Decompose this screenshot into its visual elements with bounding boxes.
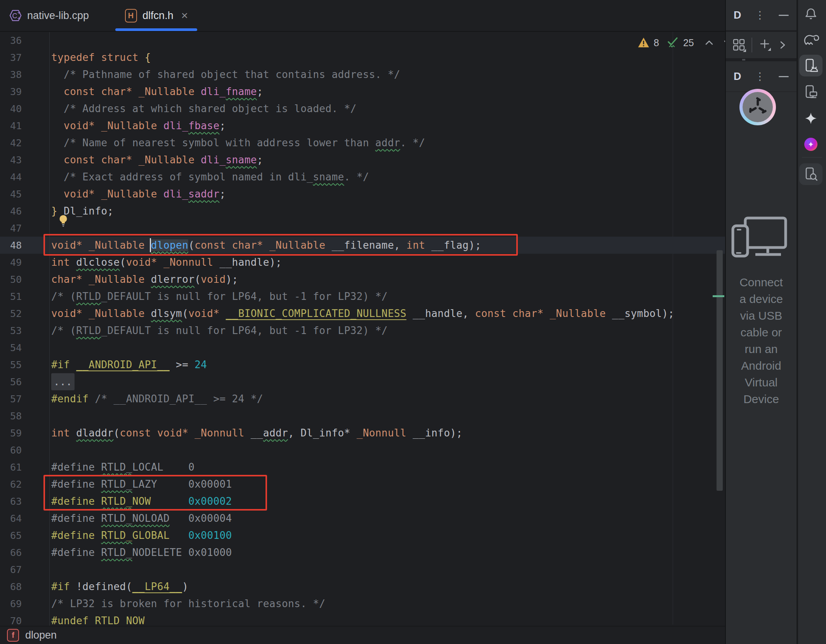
line-number[interactable]: 37	[0, 49, 50, 66]
code-line: 65#define RTLD_GLOBAL 0x00100	[0, 527, 725, 544]
line-number[interactable]: 65	[0, 527, 50, 544]
line-number[interactable]: 52	[0, 305, 50, 322]
device-explorer-button[interactable]	[799, 163, 823, 185]
line-number[interactable]: 38	[0, 66, 50, 83]
line-number[interactable]: 46	[0, 203, 50, 220]
chevron-up-icon[interactable]	[703, 37, 715, 48]
editor-scrollbar[interactable]	[717, 250, 723, 491]
editor-tab-bar: C + + native-lib.cpp H dlfcn.h ×	[0, 0, 725, 32]
divider	[751, 38, 752, 52]
code-line: 69/* LP32 is broken for historical reaso…	[0, 595, 725, 612]
code-line: 59int dladdr(const void* _Nonnull __addr…	[0, 424, 725, 441]
code-line: 50char* _Nullable dlerror(void);	[0, 271, 725, 288]
function-icon: f	[7, 629, 19, 642]
code-line: 61#define RTLD_LOCAL 0	[0, 459, 725, 476]
svg-text:+: +	[17, 15, 21, 21]
device-mirroring-icon	[803, 84, 819, 100]
line-number[interactable]: 51	[0, 288, 50, 305]
line-number[interactable]: 69	[0, 596, 50, 613]
annotation-box-dlopen	[43, 234, 518, 256]
line-number[interactable]: 43	[0, 152, 50, 169]
line-number[interactable]: 53	[0, 322, 50, 339]
gradle-button[interactable]	[799, 28, 823, 50]
breadcrumb-item[interactable]: dlopen	[25, 629, 57, 641]
panel-toolbar	[726, 32, 796, 58]
firebase-button[interactable]	[799, 133, 823, 155]
passed-count: 25	[683, 37, 694, 48]
notifications-button[interactable]	[799, 3, 823, 25]
code-line: 49int dlclose(void* _Nonnull __handle);	[0, 254, 725, 271]
code-line: 37typedef struct {	[0, 49, 725, 66]
code-lines: 3637typedef struct {38 /* Pathname of sh…	[0, 32, 725, 629]
minimize-icon[interactable]	[779, 76, 789, 77]
code-line: 64#define RTLD_NOLOAD 0x00004	[0, 510, 725, 527]
intention-bulb-icon[interactable]	[57, 214, 71, 228]
running-devices-icon	[803, 58, 819, 73]
line-number[interactable]: 61	[0, 459, 50, 476]
divider	[802, 157, 822, 158]
line-number[interactable]: 63	[0, 493, 50, 510]
warning-icon	[637, 37, 650, 48]
line-number[interactable]: 62	[0, 476, 50, 493]
code-editor[interactable]: 3637typedef struct {38 /* Pathname of sh…	[0, 32, 725, 629]
code-line: 52void* _Nullable dlsym(void* __BIONIC_C…	[0, 305, 725, 322]
line-number[interactable]: 60	[0, 442, 50, 459]
scrollbar-current-line-mark	[713, 295, 724, 297]
code-line: 46} Dl_info;	[0, 203, 725, 220]
line-number[interactable]: 40	[0, 100, 50, 118]
running-devices-button[interactable]	[799, 55, 823, 76]
code-line: 53/* (RTLD_DEFAULT is null for LP64, but…	[0, 322, 725, 339]
svg-text:+: +	[17, 9, 21, 16]
close-icon[interactable]: ×	[181, 9, 188, 22]
gradle-elephant-icon	[802, 32, 819, 47]
line-number[interactable]: 44	[0, 169, 50, 186]
code-line: 66#define RTLD_NODELETE 0x01000	[0, 544, 725, 561]
cpp-file-icon: C + +	[9, 9, 22, 22]
code-line: 68#if !defined(__LP64__)	[0, 578, 725, 595]
annotation-box-rtld-flags	[43, 475, 267, 511]
device-logo-icon	[748, 97, 768, 117]
line-number[interactable]: 58	[0, 408, 50, 425]
line-number[interactable]: 67	[0, 561, 50, 578]
line-number[interactable]: 64	[0, 510, 50, 527]
connect-device-message: Connecta devicevia USBcable orrun anAndr…	[726, 274, 796, 407]
code-line: 43 const char* _Nullable dli_sname;	[0, 151, 725, 168]
tab-label: dlfcn.h	[142, 10, 174, 22]
tab-dlfcn-h[interactable]: H dlfcn.h ×	[115, 0, 197, 31]
line-number[interactable]: 41	[0, 118, 50, 135]
expand-chevron-icon[interactable]	[778, 39, 788, 51]
line-number[interactable]: 57	[0, 391, 50, 408]
add-device-icon[interactable]	[758, 38, 772, 52]
line-number[interactable]: 45	[0, 186, 50, 203]
line-number[interactable]: 68	[0, 578, 50, 596]
line-number[interactable]: 56	[0, 374, 50, 391]
device-explorer-icon	[803, 166, 819, 182]
kebab-menu-icon[interactable]: ⋮	[755, 9, 765, 21]
inspections-widget[interactable]: 8 25	[637, 36, 734, 49]
line-number[interactable]: 48	[0, 237, 50, 254]
line-number[interactable]: 55	[0, 357, 50, 374]
line-number[interactable]: 50	[0, 271, 50, 288]
tab-native-lib-cpp[interactable]: C + + native-lib.cpp	[0, 0, 98, 31]
kebab-menu-icon[interactable]: ⋮	[755, 70, 765, 83]
device-tool-panel: D ⋮ D ⋮	[726, 0, 796, 644]
code-line: 56...	[0, 373, 725, 390]
code-line: 60	[0, 441, 725, 459]
minimize-icon[interactable]	[779, 15, 789, 16]
panel-title: D	[734, 71, 741, 83]
line-number[interactable]: 47	[0, 220, 50, 237]
line-number[interactable]: 54	[0, 339, 50, 357]
line-number[interactable]: 39	[0, 83, 50, 100]
connect-device-illustration	[730, 216, 793, 275]
gemini-button[interactable]	[799, 107, 823, 129]
inspection-check-icon	[666, 36, 679, 49]
line-number[interactable]: 42	[0, 135, 50, 152]
line-number[interactable]: 49	[0, 254, 50, 271]
layout-grid-icon[interactable]	[732, 38, 746, 52]
code-line: 41 void* _Nullable dli_fbase;	[0, 117, 725, 134]
device-mirroring-button[interactable]	[799, 81, 823, 103]
line-number[interactable]: 36	[0, 32, 50, 49]
line-number[interactable]: 66	[0, 544, 50, 561]
divider	[726, 58, 796, 61]
line-number[interactable]: 59	[0, 425, 50, 442]
